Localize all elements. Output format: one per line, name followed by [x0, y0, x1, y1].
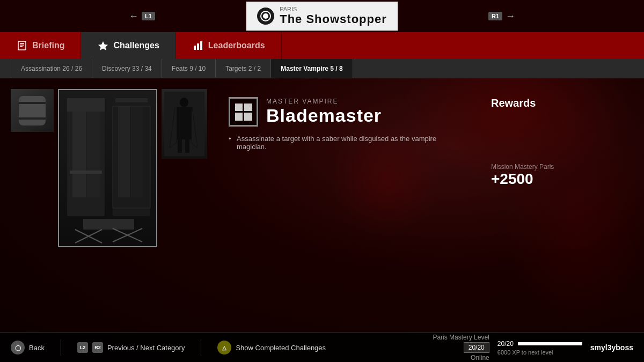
svg-rect-0 [18, 41, 26, 50]
challenge-header: Master Vampire Blademaster [229, 97, 462, 127]
category-feats[interactable]: Feats 9 / 10 [162, 59, 216, 78]
category-targets[interactable]: Targets 2 / 2 [216, 59, 271, 78]
svg-rect-6 [200, 41, 202, 50]
main-challenge-image [58, 89, 157, 247]
category-discovery[interactable]: Discovery 33 / 34 [92, 59, 162, 78]
rewards-title: Rewards [491, 97, 625, 109]
figure-svg [162, 89, 207, 159]
challenge-details: Master Vampire Blademaster Assassinate a… [218, 89, 472, 322]
r2-button[interactable]: R2 [92, 342, 103, 353]
reward-source: Mission Mastery Paris [491, 163, 625, 171]
l2-button[interactable]: L2 [77, 342, 88, 353]
username: smyl3yboss [590, 343, 633, 352]
thumbnail-strip [11, 89, 54, 132]
main-content: Master Vampire Blademaster Assassinate a… [0, 78, 644, 333]
tab-challenges[interactable]: Challenges [81, 32, 175, 59]
trophy-icon [97, 40, 109, 51]
tab-leaderboards-label: Leaderboards [208, 41, 265, 50]
badge-cell-1 [235, 104, 243, 112]
challenge-description: Assassinate a target with a saber while … [229, 135, 462, 151]
challenge-desc-item: Assassinate a target with a saber while … [231, 135, 462, 151]
xp-current: 20/20 [497, 340, 514, 348]
svg-rect-26 [185, 139, 189, 153]
reward-item: Mission Mastery Paris +2500 [491, 163, 625, 188]
svg-rect-4 [194, 46, 196, 50]
r1-button[interactable]: R1 [488, 12, 502, 20]
tab-briefing[interactable]: Briefing [0, 32, 81, 59]
header: ← L1 Paris The Showstopper R1 → [0, 0, 644, 78]
tab-challenges-label: Challenges [113, 41, 159, 50]
svg-rect-12 [67, 98, 105, 112]
main-image-content [59, 90, 156, 246]
challenge-title: Blademaster [266, 105, 382, 126]
svg-rect-25 [178, 139, 182, 153]
rewards-panel: Rewards Mission Mastery Paris +2500 [483, 89, 633, 322]
svg-point-23 [180, 98, 188, 107]
prev-mission-nav[interactable]: ← L1 [129, 11, 155, 22]
mission-name: The Showstopper [280, 12, 387, 26]
mastery-xp: 20/20 6000 XP to next level [497, 340, 582, 356]
challenge-category: Master Vampire [266, 98, 382, 105]
svg-rect-24 [177, 107, 192, 139]
l1-button[interactable]: L1 [142, 12, 155, 20]
user-info: smyl3yboss [590, 343, 633, 352]
document-icon [16, 40, 28, 51]
mission-icon [257, 8, 274, 25]
svg-rect-9 [72, 106, 86, 197]
back-group: ◯ Back [11, 341, 45, 354]
prev-next-label: Previous / Next Category [107, 344, 185, 352]
back-label: Back [29, 344, 45, 352]
category-bar: Assassination 26 / 26 Discovery 33 / 34 … [0, 59, 644, 78]
xp-bar-container: 20/20 [497, 340, 582, 348]
svg-rect-17 [83, 219, 134, 230]
mission-location: Paris [280, 6, 387, 12]
back-button[interactable]: ◯ [11, 341, 25, 354]
costume-display [59, 90, 156, 246]
svg-rect-15 [118, 106, 130, 197]
mission-title-popup: Paris The Showstopper [246, 2, 398, 31]
show-completed-group: △ Show Completed Challenges [217, 341, 326, 354]
mission-icon-inner [260, 11, 271, 21]
left-arrow-icon: ← [129, 11, 138, 22]
mastery-title: Paris Mastery Level [433, 334, 489, 341]
next-mission-nav[interactable]: R1 → [488, 11, 515, 22]
footer: ◯ Back L2 R2 Previous / Next Category △ … [0, 333, 644, 362]
thumbnail-1[interactable] [11, 89, 54, 132]
reward-value: +2500 [491, 171, 625, 188]
category-assassination[interactable]: Assassination 26 / 26 [11, 59, 92, 78]
challenge-title-group: Master Vampire Blademaster [266, 98, 382, 126]
svg-rect-5 [197, 43, 199, 50]
badge-cell-3 [235, 113, 243, 121]
xp-next-level: 6000 XP to next level [497, 349, 582, 356]
svg-rect-10 [87, 106, 100, 197]
right-arrow-icon: → [506, 11, 515, 22]
svg-rect-16 [131, 106, 143, 197]
tab-briefing-label: Briefing [32, 41, 64, 50]
leaderboard-icon [192, 40, 204, 51]
costume-svg [59, 90, 157, 247]
xp-bar [518, 342, 582, 345]
third-challenge-image[interactable] [162, 89, 207, 159]
badge-cell-4 [244, 113, 252, 121]
badge-grid-icon [235, 104, 252, 121]
footer-sep-1 [61, 339, 61, 356]
footer-sep-2 [201, 339, 201, 356]
show-completed-button[interactable]: △ [217, 341, 231, 354]
image-gallery [11, 89, 207, 322]
mission-text: Paris The Showstopper [280, 6, 387, 26]
badge-cell-2 [244, 104, 252, 112]
show-completed-label: Show Completed Challenges [236, 344, 326, 352]
tab-leaderboards[interactable]: Leaderboards [176, 32, 282, 59]
challenge-badge [229, 97, 258, 127]
svg-rect-14 [115, 98, 148, 102]
prev-next-group: L2 R2 Previous / Next Category [77, 342, 185, 353]
mission-title-bar: ← L1 Paris The Showstopper R1 → [0, 0, 644, 32]
mastery-info: Paris Mastery Level 20/20 Online [433, 334, 489, 361]
category-master-vampire[interactable]: Master Vampire 5 / 8 [271, 59, 353, 78]
barrel-icon [19, 96, 46, 125]
footer-mastery: Paris Mastery Level 20/20 Online 20/20 6… [433, 334, 633, 361]
mastery-level: 20/20 [464, 342, 489, 353]
svg-rect-11 [70, 171, 102, 174]
thumb-1-content [11, 89, 54, 132]
tabs-bar: Briefing Challenges Leaderboards [0, 32, 644, 59]
